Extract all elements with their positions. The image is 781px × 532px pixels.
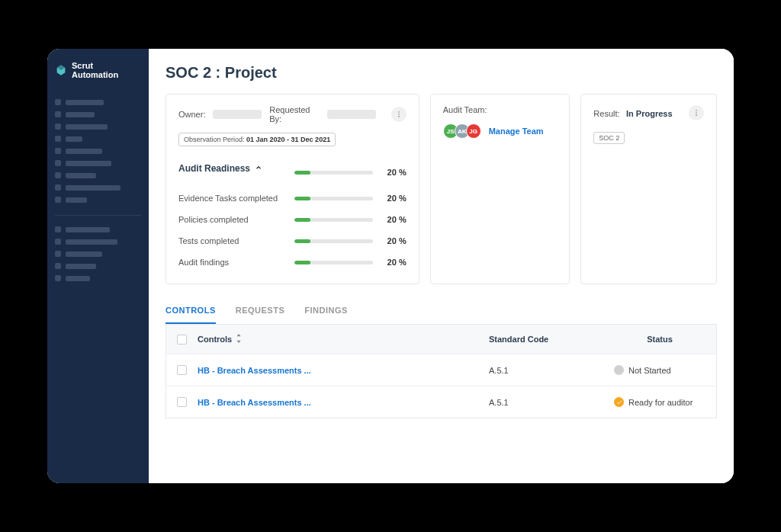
framework-badge: SOC 2 <box>593 132 625 144</box>
nav-item[interactable] <box>55 260 141 272</box>
main-content: SOC 2 : Project Owner: Requested By: Obs… <box>149 49 734 483</box>
readiness-row-label: Policies completed <box>178 215 285 224</box>
readiness-row-label: Evidence Tasks completed <box>178 194 285 203</box>
table-row: HB - Breach Assessments ... A.5.1 Ready … <box>166 386 716 418</box>
svg-point-4 <box>696 112 697 114</box>
progress-pct: 20 % <box>382 194 407 203</box>
status-text: Not Started <box>628 366 671 375</box>
readiness-row: Policies completed 20 % <box>178 209 407 230</box>
nav-item[interactable] <box>55 157 141 169</box>
progress-bar <box>294 261 373 264</box>
nav-item[interactable] <box>55 145 141 157</box>
readiness-row: Tests completed 20 % <box>178 230 407 252</box>
nav-item[interactable] <box>55 223 141 236</box>
nav-item[interactable] <box>55 272 141 284</box>
progress-pct: 20 % <box>382 215 407 224</box>
chevron-up-icon <box>255 163 262 174</box>
observation-period-value: 01 Jan 2020 - 31 Dec 2021 <box>246 136 330 143</box>
svg-point-1 <box>398 114 400 115</box>
progress-bar <box>294 197 373 200</box>
nav-item[interactable] <box>55 96 141 108</box>
nav-group-2 <box>55 223 141 284</box>
logo-icon <box>55 64 67 76</box>
nav-divider <box>55 215 141 216</box>
table-row: HB - Breach Assessments ... A.5.1 Not St… <box>166 354 716 386</box>
manage-team-link[interactable]: Manage Team <box>489 127 544 136</box>
result-value: In Progress <box>626 109 673 118</box>
svg-point-2 <box>398 116 400 117</box>
meta-row: Owner: Requested By: <box>178 105 407 123</box>
audit-team-card: Audit Team: JSAKJG Manage Team <box>430 94 570 284</box>
nav-item[interactable] <box>55 169 141 181</box>
logo: Scrut Automation <box>55 61 141 79</box>
row-checkbox[interactable] <box>177 365 187 375</box>
readiness-overall-pct: 20 % <box>382 168 407 177</box>
status-text: Ready for auditor <box>628 398 693 407</box>
svg-point-5 <box>696 114 697 116</box>
standard-code: A.5.1 <box>489 398 603 407</box>
svg-point-3 <box>696 110 697 111</box>
nav-item[interactable] <box>55 248 141 260</box>
nav-item[interactable] <box>55 108 141 120</box>
status-cell: Ready for auditor <box>614 397 705 407</box>
readiness-row: Evidence Tasks completed 20 % <box>178 187 407 209</box>
header-status[interactable]: Status <box>614 335 705 344</box>
requested-by-placeholder <box>327 110 376 119</box>
tab-controls[interactable]: CONTROLS <box>166 298 216 324</box>
progress-pct: 20 % <box>382 236 407 245</box>
app-window: Scrut Automation SOC 2 : Project <box>47 49 734 483</box>
progress-pct: 20 % <box>382 258 407 267</box>
svg-marker-6 <box>237 334 241 336</box>
tab-findings[interactable]: FINDINGS <box>304 298 348 324</box>
status-cell: Not Started <box>614 365 705 375</box>
table-header: Controls Standard Code Status <box>166 325 716 354</box>
audit-team-label: Audit Team: <box>443 105 558 114</box>
requested-by-label: Requested By: <box>269 105 320 123</box>
nav-group-1 <box>55 96 141 206</box>
select-all-checkbox[interactable] <box>177 335 187 345</box>
readiness-row: Audit findings 20 % <box>178 252 407 273</box>
tab-requests[interactable]: REQUESTS <box>236 298 285 324</box>
logo-text: Scrut Automation <box>72 61 141 79</box>
readiness-header-row[interactable]: Audit Readiness 20 % <box>178 157 407 187</box>
avatar[interactable]: JG <box>466 123 481 139</box>
readiness-header-text: Audit Readiness <box>178 163 250 174</box>
result-label: Result: <box>593 109 619 118</box>
owner-label: Owner: <box>178 110 205 119</box>
nav-item[interactable] <box>55 120 141 133</box>
readiness-row-label: Tests completed <box>178 236 285 245</box>
tabs: CONTROLSREQUESTSFINDINGS <box>166 298 717 325</box>
header-controls[interactable]: Controls <box>198 335 232 344</box>
header-standard-code[interactable]: Standard Code <box>489 335 603 344</box>
readiness-overall-bar <box>294 171 373 175</box>
controls-table: Controls Standard Code Status HB - Breac… <box>166 325 717 418</box>
page-title: SOC 2 : Project <box>166 64 717 82</box>
result-card: Result: In Progress SOC 2 <box>580 94 717 284</box>
observation-period-label: Observation Period: <box>184 136 245 143</box>
sort-icon[interactable] <box>236 334 242 345</box>
owner-value-placeholder <box>213 110 262 119</box>
progress-bar <box>294 239 373 243</box>
sidebar: Scrut Automation <box>47 49 149 483</box>
row-checkbox[interactable] <box>177 397 187 407</box>
control-link[interactable]: HB - Breach Assessments ... <box>198 398 478 407</box>
nav-item[interactable] <box>55 181 141 194</box>
svg-point-0 <box>398 111 400 113</box>
control-link[interactable]: HB - Breach Assessments ... <box>198 366 478 375</box>
team-avatars: JSAKJG <box>443 123 481 139</box>
overview-card: Owner: Requested By: Observation Period:… <box>166 94 419 284</box>
result-more-button[interactable] <box>689 105 704 120</box>
progress-bar <box>294 218 373 222</box>
status-dot-icon <box>614 397 624 407</box>
status-dot-icon <box>614 365 624 375</box>
summary-row: Owner: Requested By: Observation Period:… <box>166 94 717 284</box>
overview-more-button[interactable] <box>391 107 407 122</box>
nav-item[interactable] <box>55 194 141 206</box>
nav-item[interactable] <box>55 133 141 145</box>
nav-item[interactable] <box>55 236 141 248</box>
svg-marker-7 <box>237 341 241 343</box>
standard-code: A.5.1 <box>489 366 603 375</box>
observation-period: Observation Period: 01 Jan 2020 - 31 Dec… <box>178 133 336 146</box>
readiness-row-label: Audit findings <box>178 258 285 267</box>
